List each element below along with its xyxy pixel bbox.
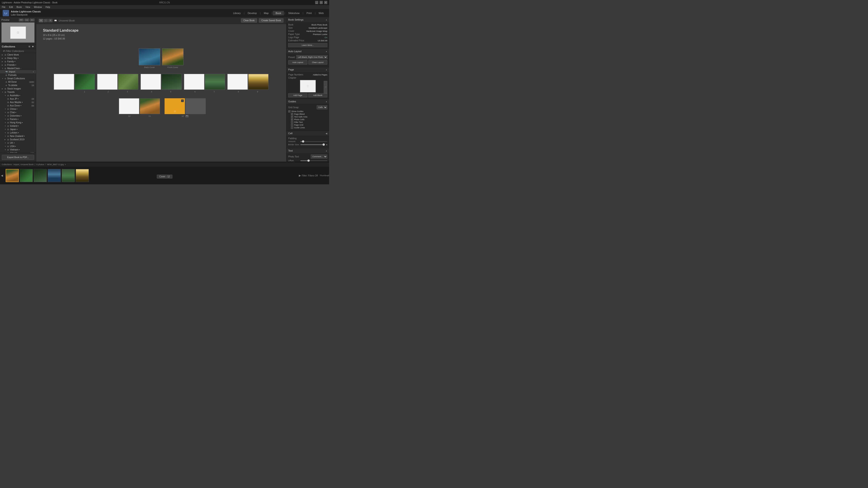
page-grid-checkbox[interactable] — [291, 124, 293, 126]
maximize-button[interactable]: □ — [320, 1, 323, 4]
tree-chat[interactable]: ▼ ⊞ Chat • — [0, 111, 36, 114]
menu-window[interactable]: Window — [34, 6, 42, 8]
cell-expand-icon[interactable]: ◀ — [326, 132, 327, 135]
tree-aus-maybe[interactable]: ⊞ Aus Maybe • 31 — [0, 101, 36, 104]
close-button[interactable]: × — [324, 1, 327, 4]
tree-scotland-2019[interactable]: ▶ ⊞ Scotland 2019 — [0, 138, 36, 141]
tree-friends[interactable]: ▶ ⊞ Friends • — [0, 63, 36, 67]
tree-to-delete[interactable]: ⊛ To delete 18 — [0, 84, 36, 87]
tree-new-zealand[interactable]: ▼ ⊞ New Zealand • — [0, 134, 36, 138]
tree-masterclass[interactable]: ▼ ⊞ MasterClass - — [0, 67, 36, 70]
module-print[interactable]: Print — [304, 11, 314, 15]
minimize-button[interactable]: _ — [315, 1, 318, 4]
tree-hong-kong[interactable]: ▼ ⊞ Hong Kong • — [0, 121, 36, 124]
tree-travels[interactable]: ▼ ⊞ Travels — [0, 90, 36, 94]
tree-china[interactable]: ▼ ⊞ China • — [0, 107, 36, 111]
tree-faroes[interactable]: ▼ ⊞ Faroes • — [0, 118, 36, 121]
page-12-remove-btn[interactable]: × — [181, 99, 184, 102]
book-page-9[interactable] — [248, 74, 269, 90]
book-page-3[interactable] — [118, 74, 138, 90]
tree-aus-jp[interactable]: ⊞ Aus JP • 28 — [0, 97, 36, 101]
menu-book[interactable]: Book — [17, 6, 22, 8]
tree-smart-collections[interactable]: ▼ ⊛ Smart Collections — [0, 77, 36, 80]
guides-header[interactable]: Guides ▲ — [286, 99, 329, 104]
add-blank-button[interactable]: Add Blank — [308, 93, 328, 97]
show-guides-checkbox-label[interactable]: Show Guides — [288, 110, 304, 112]
cell-header[interactable]: Cell ◀ — [286, 131, 329, 136]
page-bleed-checkbox[interactable] — [291, 113, 293, 115]
menu-view[interactable]: View — [25, 6, 30, 8]
module-slideshow[interactable]: Slideshow — [285, 11, 302, 15]
filler-text-checkbox[interactable] — [291, 121, 293, 123]
filmstrip-thumb-5[interactable] — [62, 169, 75, 182]
border-slider-thumb[interactable] — [322, 143, 325, 146]
show-guides-checkbox[interactable] — [288, 110, 290, 112]
learn-more-button[interactable]: Learn More... — [288, 43, 327, 47]
filmstrip-prev-button[interactable]: ◀ — [0, 173, 4, 177]
filmstrip-thumb-6[interactable] — [76, 169, 89, 182]
tree-all-done[interactable]: ⊛ All Done 1630 — [0, 80, 36, 84]
tree-portraits[interactable]: ⊞ Portraits — [0, 73, 36, 77]
export-pdf-button[interactable]: Export Book to PDF... — [2, 155, 34, 160]
auto-layout-button[interactable]: Auto Layout — [288, 60, 307, 65]
photo-cells-checkbox[interactable] — [291, 119, 293, 121]
clear-layout-button[interactable]: Clear Layout — [308, 60, 328, 65]
module-map[interactable]: Map — [261, 11, 271, 15]
filmstrip-thumb-4[interactable] — [48, 169, 61, 182]
book-page-4-left[interactable] — [141, 74, 161, 90]
book-page-10[interactable] — [119, 98, 139, 114]
book-page-8-left[interactable] — [227, 74, 248, 90]
book-page-5[interactable] — [161, 74, 182, 90]
view-multipage-icon[interactable]: ⊞ — [39, 19, 43, 22]
tree-family[interactable]: ▶ ⊞ Family • — [0, 60, 36, 63]
grid-snap-select[interactable]: Cells — [317, 105, 327, 109]
add-page-button[interactable]: Add Page — [288, 93, 307, 97]
module-book[interactable]: Book — [273, 11, 284, 15]
guide-lines-label[interactable]: Guide Lines — [291, 127, 305, 129]
clear-book-button[interactable]: Clear Book — [241, 18, 257, 23]
collections-header[interactable]: Collections ⊞ ▼ — [0, 44, 36, 49]
page-preview-arrows[interactable]: ⬡ — [324, 81, 327, 93]
offset-slider[interactable] — [301, 160, 327, 161]
amount-slider[interactable] — [301, 141, 327, 142]
module-web[interactable]: Web — [316, 11, 327, 15]
tree-stock-images[interactable]: ▶ ⊞ Stock Images — [0, 87, 36, 90]
back-cover-page[interactable]: Back Cover — [139, 48, 160, 68]
amount-slider-thumb[interactable] — [302, 140, 304, 142]
page-section-header[interactable]: Page ▲ — [286, 67, 329, 72]
offset-slider-thumb[interactable] — [307, 160, 310, 162]
filter-collections-item[interactable]: ⊛ Filter Collections — [0, 49, 36, 53]
create-saved-book-button[interactable]: Create Saved Book — [259, 18, 283, 23]
filmstrip-thumb-3[interactable] — [34, 169, 47, 182]
border-slider[interactable] — [301, 144, 325, 145]
guide-lines-checkbox[interactable] — [291, 127, 293, 129]
title-bar-controls[interactable]: _ □ × — [315, 1, 327, 4]
tree-client-work[interactable]: ▶ ⊞ Client Work — [0, 53, 36, 57]
tree-japan[interactable]: ▼ ⊞ Japan • — [0, 128, 36, 131]
menu-help[interactable]: Help — [45, 6, 50, 8]
book-page-1[interactable] — [74, 74, 95, 90]
auto-layout-header[interactable]: Auto Layout ▲ — [286, 49, 329, 54]
book-page-7[interactable] — [205, 74, 225, 90]
preview-fit-btn[interactable]: FIT — [19, 19, 24, 22]
photo-text-select[interactable]: Comment... — [311, 155, 327, 159]
tree-dolomites[interactable]: ▼ ⊞ Dolomites • — [0, 114, 36, 118]
module-develop[interactable]: Develop — [245, 11, 259, 15]
photo-cells-label[interactable]: Photo Cells — [291, 119, 305, 121]
menu-edit[interactable]: Edit — [9, 6, 13, 8]
book-settings-header[interactable]: Book Settings ▲ — [286, 17, 329, 22]
preset-select[interactable]: Left Blank, Right One Photo — [296, 55, 328, 59]
filter-collections-icon[interactable]: ⊞ — [29, 45, 30, 48]
book-page-2-left[interactable] — [97, 74, 118, 90]
text-section-header[interactable]: Text ▲ — [286, 148, 329, 153]
tree-uk[interactable]: ▼ ⊞ UK • — [0, 141, 36, 144]
page-bleed-label[interactable]: Page Bleed — [291, 113, 305, 115]
tree-import[interactable]: 📷 Import 6 — [0, 70, 36, 73]
view-compare-icon[interactable]: ⊟ — [49, 19, 53, 22]
tree-australia[interactable]: ▼ ⊞ Australia • — [0, 94, 36, 97]
tree-iceland[interactable]: ▼ ⊞ Iceland • — [0, 124, 36, 128]
page-grid-label[interactable]: Page Grid — [291, 124, 303, 126]
preview-1to1-btn[interactable]: 1:1 — [24, 19, 29, 22]
book-page-0-left[interactable] — [54, 74, 74, 90]
tree-vietnam[interactable]: ▼ ⊞ Vietnam • — [0, 148, 36, 151]
